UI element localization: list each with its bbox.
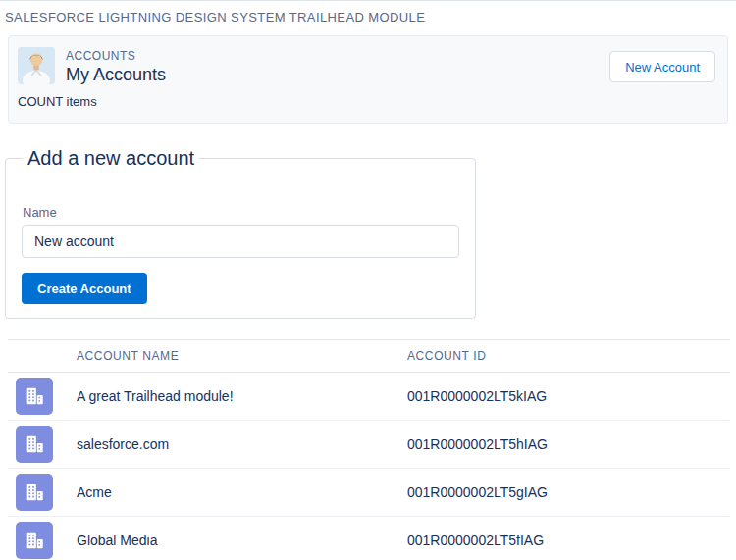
account-id-cell: 001R0000002LT5hIAG	[399, 421, 730, 469]
table-row[interactable]: Acme 001R0000002LT5gIAG	[8, 469, 730, 517]
table-row[interactable]: A great Trailhead module! 001R0000002LT5…	[8, 373, 730, 421]
page-header-row: ACCOUNTS My Accounts New Account	[18, 47, 715, 85]
account-icon-cell	[8, 469, 69, 517]
building-icon	[16, 378, 53, 415]
table-header-row: ACCOUNT NAME ACCOUNT ID	[8, 340, 730, 373]
user-avatar-icon	[18, 47, 55, 84]
form-legend: Add a new account	[23, 147, 199, 170]
page-title: SALESFORCE LIGHTNING DESIGN SYSTEM TRAIL…	[0, 1, 736, 25]
page-header-title: My Accounts	[66, 64, 166, 85]
account-name-cell: A great Trailhead module!	[69, 373, 399, 421]
account-id-cell: 001R0000002LT5fIAG	[399, 517, 730, 560]
item-count: COUNT items	[18, 94, 715, 109]
table-row[interactable]: salesforce.com 001R0000002LT5hIAG	[8, 421, 730, 469]
account-icon-cell	[8, 517, 69, 560]
column-header-icon	[8, 340, 69, 373]
column-header-account-id: ACCOUNT ID	[399, 340, 730, 373]
account-name-input[interactable]	[22, 225, 459, 258]
account-id-cell: 001R0000002LT5kIAG	[399, 373, 730, 421]
name-label: Name	[23, 205, 459, 220]
page-header: ACCOUNTS My Accounts New Account COUNT i…	[8, 35, 728, 124]
account-id-cell: 001R0000002LT5gIAG	[399, 469, 730, 517]
account-icon-cell	[8, 421, 69, 469]
new-account-button[interactable]: New Account	[609, 51, 715, 82]
table-row[interactable]: Global Media 001R0000002LT5fIAG	[8, 517, 730, 560]
account-name-cell: Global Media	[69, 517, 399, 560]
create-account-button[interactable]: Create Account	[22, 273, 147, 304]
column-header-account-name: ACCOUNT NAME	[69, 340, 399, 373]
building-icon	[16, 426, 53, 463]
account-name-cell: salesforce.com	[69, 421, 399, 469]
accounts-table: ACCOUNT NAME ACCOUNT ID	[8, 339, 730, 560]
object-label: ACCOUNTS	[66, 49, 166, 64]
account-name-cell: Acme	[69, 469, 399, 517]
building-icon	[16, 474, 53, 511]
page-header-text: ACCOUNTS My Accounts	[66, 47, 166, 85]
add-account-form: Add a new account Name Create Account	[5, 147, 476, 319]
account-icon-cell	[8, 373, 69, 421]
building-icon	[16, 522, 53, 559]
